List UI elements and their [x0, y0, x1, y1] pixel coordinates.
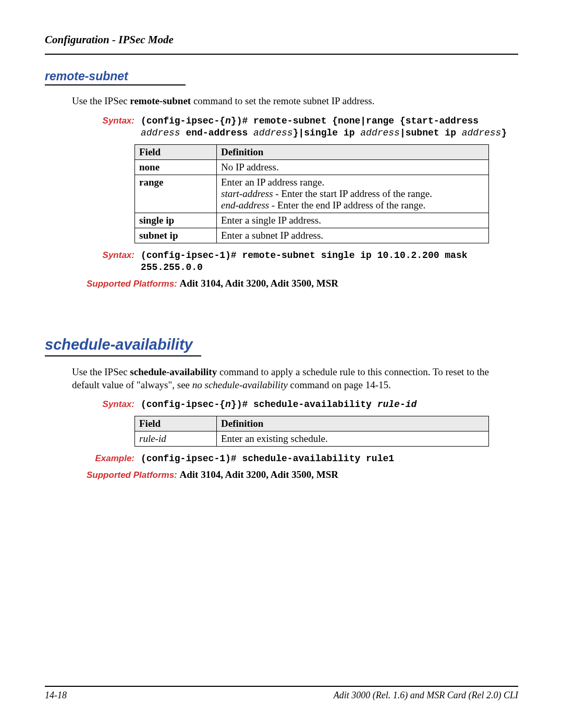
syntax-token: address: [141, 128, 180, 138]
cell-field: single ip: [135, 213, 217, 228]
platforms-label: Supported Platforms:: [87, 279, 180, 289]
header-rule: [45, 54, 518, 55]
cell-field-text: rule-id: [139, 433, 166, 444]
command-underline: [45, 355, 201, 356]
cell-field: range: [135, 175, 217, 213]
table-row: single ip Enter a single IP address.: [135, 213, 489, 228]
syntax-token: (config-ipsec-{: [141, 399, 225, 410]
syntax-token: end-address: [180, 128, 253, 138]
platforms-label: Supported Platforms:: [87, 470, 180, 480]
section-remote-subnet: remote-subnet: [45, 69, 518, 85]
example-text: (config-ipsec-1)# remote-subnet single i…: [141, 250, 468, 273]
table-header-row: Field Definition: [135, 416, 489, 431]
example-block: Example: (config-ipsec-1)# schedule-avai…: [87, 453, 518, 465]
syntax-token: })# remote-subnet {none|range {start-add…: [231, 116, 479, 126]
platforms-block: Supported Platforms: Adit 3104, Adit 320…: [87, 278, 518, 289]
doc-title: Adit 3000 (Rel. 1.6) and MSR Card (Rel 2…: [334, 690, 518, 701]
syntax-token: })# schedule-availability: [231, 399, 377, 410]
syntax-token: n: [225, 116, 231, 126]
section-underline: [45, 84, 186, 85]
intro-paragraph: Use the IPSec remote-subnet command to s…: [72, 95, 518, 108]
th-definition: Definition: [217, 416, 489, 431]
platforms-text: Adit 3104, Adit 3200, Adit 3500, MSR: [180, 278, 339, 289]
cell-field: rule-id: [135, 431, 217, 447]
table-row: rule-id Enter an existing schedule.: [135, 431, 489, 447]
def-line: start-address - Enter the start IP addre…: [221, 188, 484, 200]
table-row: range Enter an IP address range. start-a…: [135, 175, 489, 213]
syntax-token: address: [360, 128, 400, 138]
cell-definition: Enter a subnet IP address.: [217, 228, 489, 243]
cell-definition: Enter a single IP address.: [217, 213, 489, 228]
page-footer: 14-18 Adit 3000 (Rel. 1.6) and MSR Card …: [45, 686, 518, 701]
syntax-block: Syntax: (config-ipsec-{n})# remote-subne…: [87, 115, 518, 139]
table-row: none No IP address.: [135, 159, 489, 175]
syntax-content: (config-ipsec-{n})# schedule-availabilit…: [141, 399, 518, 411]
syntax-token: }: [501, 128, 507, 138]
cell-field: none: [135, 159, 217, 175]
command-title: schedule-availability: [45, 336, 518, 353]
section-title: remote-subnet: [45, 69, 518, 83]
def-term: end-address: [221, 200, 269, 211]
intro-text: Use the IPSec: [72, 95, 130, 106]
example-label: Syntax:: [87, 250, 141, 274]
intro-bold: remote-subnet: [130, 95, 191, 106]
footer-row: 14-18 Adit 3000 (Rel. 1.6) and MSR Card …: [45, 690, 518, 701]
syntax-token: rule-id: [377, 399, 417, 410]
def-line: Enter an IP address range.: [221, 177, 484, 188]
th-field: Field: [135, 416, 217, 431]
intro-text: command on page 14-15.: [288, 379, 391, 390]
platforms-block: Supported Platforms: Adit 3104, Adit 320…: [87, 469, 518, 480]
syntax-block: Syntax: (config-ipsec-{n})# schedule-ava…: [87, 399, 518, 411]
def-line: end-address - Enter the end IP address o…: [221, 200, 484, 211]
syntax-token: address: [462, 128, 501, 138]
syntax-token: address: [253, 128, 293, 138]
th-definition: Definition: [217, 144, 489, 159]
table-header-row: Field Definition: [135, 144, 489, 159]
platforms-text: Adit 3104, Adit 3200, Adit 3500, MSR: [180, 469, 339, 480]
example-content: (config-ipsec-1)# remote-subnet single i…: [141, 250, 518, 274]
cell-definition: No IP address.: [217, 159, 489, 175]
footer-rule: [45, 686, 518, 687]
syntax-token: n: [225, 399, 231, 410]
cell-definition: Enter an IP address range. start-address…: [217, 175, 489, 213]
syntax-label: Syntax:: [87, 399, 141, 411]
def-term: start-address: [221, 188, 273, 199]
section-schedule-availability: schedule-availability: [45, 336, 518, 356]
example-text: (config-ipsec-1)# schedule-availability …: [141, 453, 394, 464]
syntax-label: Syntax:: [87, 115, 141, 139]
th-field: Field: [135, 144, 217, 159]
intro-text: command to set the remote subnet IP addr…: [191, 95, 374, 106]
page: Configuration - IPSec Mode remote-subnet…: [0, 0, 563, 728]
intro-bold: schedule-availability: [130, 366, 217, 377]
cell-field: subnet ip: [135, 228, 217, 243]
example-label: Example:: [87, 453, 141, 465]
intro-paragraph: Use the IPSec schedule-availability comm…: [72, 366, 518, 391]
field-definition-table: Field Definition rule-id Enter an existi…: [134, 416, 489, 447]
syntax-token: |subnet ip: [400, 128, 462, 138]
example-block: Syntax: (config-ipsec-1)# remote-subnet …: [87, 250, 518, 274]
running-head: Configuration - IPSec Mode: [45, 33, 518, 46]
def-text: - Enter the end IP address of the range.: [269, 200, 425, 211]
example-content: (config-ipsec-1)# schedule-availability …: [141, 453, 518, 465]
field-definition-table: Field Definition none No IP address. ran…: [134, 144, 489, 243]
page-number: 14-18: [45, 690, 67, 701]
table-row: subnet ip Enter a subnet IP address.: [135, 228, 489, 243]
def-text: - Enter the start IP address of the rang…: [273, 188, 432, 199]
syntax-token: }|single ip: [293, 128, 361, 138]
intro-italic: no schedule-availability: [192, 379, 288, 390]
cell-definition: Enter an existing schedule.: [217, 431, 489, 447]
syntax-token: (config-ipsec-{: [141, 116, 225, 126]
syntax-content: (config-ipsec-{n})# remote-subnet {none|…: [141, 115, 518, 139]
intro-text: Use the IPSec: [72, 366, 130, 377]
